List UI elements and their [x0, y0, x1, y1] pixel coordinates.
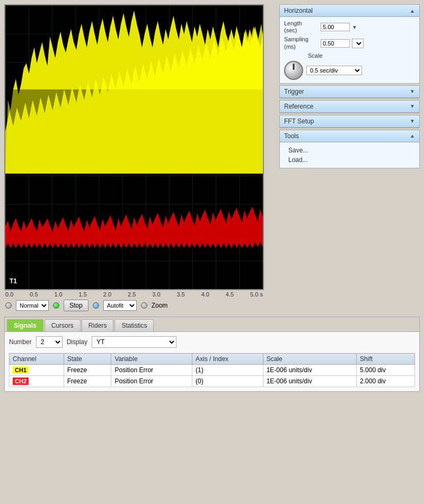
ch2-state: Freeze	[64, 376, 111, 387]
x-axis-9: 4.5	[226, 291, 234, 298]
col-axis-index: Axis / Index	[192, 354, 263, 365]
autofit-select[interactable]: Autofit Manual	[103, 300, 137, 311]
tab-signals[interactable]: Signals	[7, 319, 43, 331]
fft-header[interactable]: FFT Setup ▼	[280, 115, 419, 128]
ch2-cell: CH2	[10, 376, 64, 387]
ch2-shift: 2.000 div	[357, 376, 415, 387]
ch2-variable: Position Error	[111, 376, 192, 387]
display-select[interactable]: YT XY FFT	[92, 336, 176, 348]
tools-chevron-up-icon: ▲	[410, 133, 415, 139]
trigger-chevron-down-icon: ▼	[410, 88, 415, 94]
bottom-controls: Normal Single Auto Stop Autofit Manual Z…	[4, 298, 276, 313]
reference-chevron-down-icon: ▼	[410, 103, 415, 109]
fft-chevron-down-icon: ▼	[410, 118, 415, 124]
sampling-input[interactable]	[321, 39, 350, 48]
length-label: Length(sec)	[284, 20, 319, 34]
stop-led	[53, 302, 59, 309]
scale-text-label: Scale	[308, 52, 323, 59]
ch1-cell: CH1	[10, 365, 64, 376]
ch1-shift: 5.000 div	[357, 365, 415, 376]
horizontal-content: Length(sec) ▼ Sampling(ms) Scale	[280, 17, 419, 83]
col-variable: Variable	[111, 354, 192, 365]
col-scale: Scale	[263, 354, 356, 365]
save-menu-item[interactable]: Save...	[284, 146, 415, 155]
scale-select[interactable]: 0.5 sec/div 0.2 sec/div 1.0 sec/div	[306, 66, 362, 75]
x-axis-5: 2.5	[128, 291, 136, 298]
ch1-scale: 1E-006 units/div	[263, 365, 356, 376]
col-channel: Channel	[10, 354, 64, 365]
x-axis-4: 2.0	[103, 291, 111, 298]
horizontal-section: Horizontal ▲ Length(sec) ▼ Sampling(ms)	[279, 4, 420, 84]
scale-knob[interactable]	[284, 61, 303, 80]
x-axis-1: 0.5	[30, 291, 38, 298]
stop-button[interactable]: Stop	[64, 300, 89, 311]
oscilloscope-chart: T1	[4, 4, 264, 290]
zoom-led	[141, 302, 147, 309]
tab-cursors[interactable]: Cursors	[45, 319, 81, 331]
tab-content: Number 2 1 3 4 Display YT XY FFT	[5, 331, 419, 391]
trigger-label: Trigger	[284, 88, 304, 95]
x-axis-6: 3.0	[152, 291, 160, 298]
tools-content: Save... Load...	[280, 142, 419, 168]
x-axis-3: 1.5	[79, 291, 87, 298]
right-panel: Horizontal ▲ Length(sec) ▼ Sampling(ms)	[279, 4, 420, 313]
sampling-label: Sampling(ms)	[284, 36, 319, 50]
x-axis-0: 0.0	[5, 291, 13, 298]
fft-section: FFT Setup ▼	[279, 115, 420, 128]
sampling-select[interactable]	[352, 39, 364, 48]
ch1-badge: CH1	[13, 366, 29, 374]
horizontal-chevron-up-icon: ▲	[410, 8, 415, 14]
tab-bar: Signals Cursors Riders Statistics	[5, 317, 419, 331]
x-axis-7: 3.5	[176, 291, 184, 298]
horizontal-header[interactable]: Horizontal ▲	[280, 5, 419, 17]
ch1-axis: (1)	[192, 365, 263, 376]
length-chevron-icon: ▼	[352, 24, 357, 30]
x-axis-10: 5.0 s	[250, 291, 263, 298]
tab-controls-row: Number 2 1 3 4 Display YT XY FFT	[9, 336, 415, 348]
ch2-axis: (0)	[192, 376, 263, 387]
number-select[interactable]: 2 1 3 4	[36, 336, 63, 348]
tab-statistics[interactable]: Statistics	[114, 319, 154, 331]
x-axis-8: 4.0	[201, 291, 209, 298]
x-axis-2: 1.0	[54, 291, 62, 298]
display-label: Display	[67, 338, 87, 346]
ch1-variable: Position Error	[111, 365, 192, 376]
reference-section: Reference ▼	[279, 100, 420, 113]
reference-label: Reference	[284, 103, 313, 110]
horizontal-label: Horizontal	[284, 7, 313, 14]
reference-header[interactable]: Reference ▼	[280, 101, 419, 113]
trigger-header[interactable]: Trigger ▼	[280, 86, 419, 98]
trigger-section: Trigger ▼	[279, 85, 420, 98]
fft-label: FFT Setup	[284, 118, 314, 125]
tools-label: Tools	[284, 132, 299, 140]
zoom-label: Zoom	[152, 302, 168, 309]
chart-t1-label: T1	[10, 277, 17, 285]
tab-section: Signals Cursors Riders Statistics Number…	[4, 317, 420, 392]
col-state: State	[64, 354, 111, 365]
col-shift: Shift	[357, 354, 415, 365]
tab-riders[interactable]: Riders	[82, 319, 114, 331]
autofit-led	[93, 302, 99, 309]
ch1-state: Freeze	[64, 365, 111, 376]
ch2-scale: 1E-006 units/div	[263, 376, 356, 387]
mode-led	[5, 302, 12, 309]
number-label: Number	[9, 338, 32, 346]
tools-header[interactable]: Tools ▲	[280, 130, 419, 142]
x-axis: 0.0 0.5 1.0 1.5 2.0 2.5 3.0 3.5 4.0 4.5 …	[4, 290, 264, 298]
load-menu-item[interactable]: Load...	[284, 155, 415, 165]
table-row: CH1 Freeze Position Error (1) 1E-006 uni…	[10, 365, 415, 376]
tools-section: Tools ▲ Save... Load...	[279, 130, 420, 168]
length-input[interactable]	[321, 23, 350, 31]
ch2-badge: CH2	[13, 377, 29, 385]
table-row: CH2 Freeze Position Error (0) 1E-006 uni…	[10, 376, 415, 387]
signal-table: Channel State Variable Axis / Index Scal…	[9, 353, 415, 387]
mode-select[interactable]: Normal Single Auto	[16, 300, 49, 311]
